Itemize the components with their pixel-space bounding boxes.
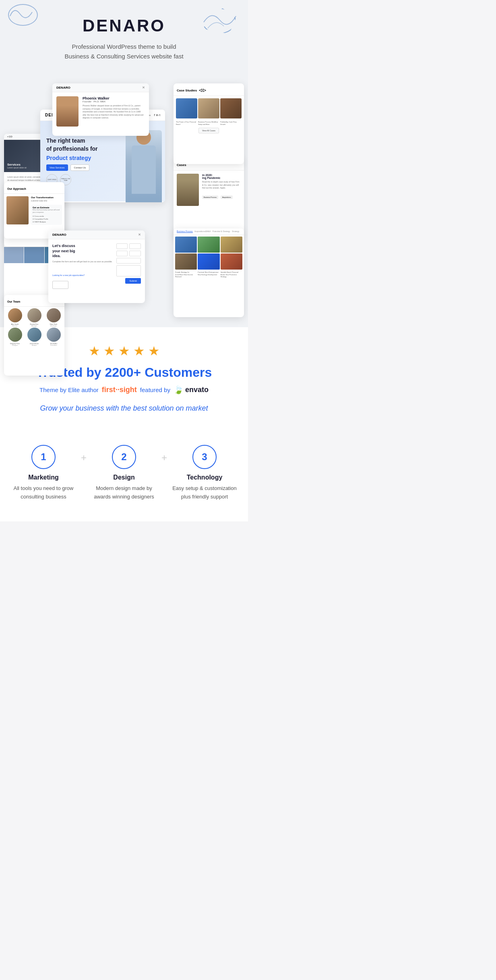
profile-name: Phoenix Walker <box>83 96 145 100</box>
case-studies-header: Case Studies ◁ ▷ <box>174 83 244 96</box>
profile-body: Phoenix Walker Founder · Ph.D. MBA Phoen… <box>52 92 149 131</box>
contact-us-button[interactable]: Contact Us <box>70 164 90 171</box>
marketing-title: Marketing <box>11 474 76 481</box>
profile-photo <box>56 96 79 127</box>
view-all-cases-button[interactable]: View All Cases <box>198 128 219 133</box>
cases-tags: Business Process Acquisitions <box>202 192 241 199</box>
view-services-button[interactable]: View Services <box>46 164 68 171</box>
team-photo-6 <box>47 328 61 342</box>
contact-header: DENARO ✕ <box>48 230 145 239</box>
case-tag-1: Business Process <box>202 195 218 199</box>
close-icon[interactable]: ✕ <box>142 86 145 89</box>
marketing-desc: All tools you need to grow consulting bu… <box>11 484 76 501</box>
team-title: Our Team <box>7 300 20 303</box>
blog-cap-3: Variable Brand: Personal Brand, New Prom… <box>221 271 242 278</box>
blog-tab-3[interactable]: Potential & Strategy <box>213 230 230 233</box>
envato-badge: 🍃 envato <box>174 385 209 394</box>
cases-text-panel: Cases in 2020:ing Pandemic Read the in-d… <box>174 158 244 239</box>
blog-captions: Female Strategy for ZoomShoot New Income… <box>174 271 244 280</box>
blog-cap-2: Frontend Short Entrepreneur: New Ecology… <box>198 271 219 278</box>
linkedin-icon[interactable]: in <box>156 114 158 116</box>
company-field[interactable] <box>129 251 141 256</box>
team-member-5: Jason Brown Analyst <box>25 328 43 346</box>
submit-button[interactable]: Submit <box>125 278 141 284</box>
case-img-2 <box>198 98 219 118</box>
social-icons: f in t <box>154 114 160 116</box>
hero-highlight: Product strategy <box>46 155 98 161</box>
approach-header: Our Approach <box>4 182 64 194</box>
approach-body: Our Transformation customer-value who Ge… <box>4 194 64 227</box>
contact-popup: DENARO ✕ Let's discuss your next big ide… <box>48 230 145 303</box>
profile-panel: DENARO ✕ Phoenix Walker Founder · Ph.D. … <box>52 83 149 136</box>
contact-desc: Complete the form and we will get back t… <box>52 260 112 264</box>
team-photo-1 <box>8 308 22 322</box>
profile-role: Founder · Ph.D. MBA <box>83 100 145 103</box>
email-field[interactable] <box>129 243 141 249</box>
jobs-link[interactable]: Looking for a new job opportunities? <box>52 274 85 276</box>
team-photo-3 <box>47 308 61 322</box>
feature-circle-3: 3 <box>192 445 217 469</box>
approach-title: Our Approach <box>7 187 26 190</box>
services-nav: • CO <box>7 135 12 138</box>
collage-wrapper: DENARO ✕ Phoenix Walker Founder · Ph.D. … <box>4 81 244 315</box>
blog-img-3 <box>221 237 242 253</box>
hero-buttons: View Services Contact Us <box>46 164 98 171</box>
team-photo-5 <box>27 328 41 342</box>
blog-images <box>174 235 244 271</box>
grow-tagline: Grow your business with the best solutio… <box>8 404 240 413</box>
cases-desc: Read the in-depth case study of how Firm… <box>202 181 241 190</box>
blog-tab-4[interactable]: Strategy <box>232 230 240 233</box>
blog-img-5 <box>198 253 219 270</box>
contact-body: Let's discuss your next big idea. Comple… <box>48 239 145 293</box>
case-img-3 <box>220 98 242 118</box>
blog-tab-1[interactable]: Business Process <box>177 230 193 233</box>
subject-field[interactable] <box>116 258 141 264</box>
est-item-3: ☑ SWOT Analysis <box>33 220 60 223</box>
cases-heading: in 2020:ing Pandemic <box>202 174 241 179</box>
hero-person-container <box>126 127 162 201</box>
team-photo-4 <box>8 328 22 342</box>
envato-leaf-icon: 🍃 <box>174 385 184 394</box>
plus-divider-1: + <box>76 445 92 463</box>
twitter-icon[interactable]: t <box>159 114 160 116</box>
star-3: ★ <box>118 343 130 359</box>
case-img-1 <box>176 98 197 118</box>
team-role-1: Director <box>6 325 24 327</box>
name-field[interactable] <box>116 243 128 249</box>
blog-tabs: Business Process Acquisitions&M&A Potent… <box>174 228 244 235</box>
feature-circle-2: 2 <box>112 445 136 469</box>
phone-field[interactable] <box>116 251 128 256</box>
contact-decoration <box>52 281 68 289</box>
plus-divider-2: + <box>156 445 172 463</box>
facebook-icon[interactable]: f <box>154 114 155 116</box>
star-5: ★ <box>148 343 160 359</box>
case-studies-panel: Case Studies ◁ ▷ The Power of Your Perso… <box>174 83 244 164</box>
site-logo: DENARO <box>8 16 240 35</box>
collage-section: DENARO ✕ Phoenix Walker Founder · Ph.D. … <box>0 73 248 327</box>
team-member-1: Alex Smith Director <box>6 308 24 327</box>
team-member-2: Rachel Doe Manager <box>25 308 43 327</box>
blog-panel: Business Process Acquisitions&M&A Potent… <box>174 228 244 317</box>
team-grid: Alex Smith Director Rachel Doe Manager F… <box>4 307 64 348</box>
estimate-items: ☑ Cross-media ☑ Competitive Profile ☑ SW… <box>33 215 60 223</box>
contact-close-icon[interactable]: ✕ <box>138 233 141 237</box>
blog-img-4 <box>175 253 197 270</box>
blog-img-1 <box>175 237 197 253</box>
feature-marketing: 1 Marketing All tools you need to grow c… <box>11 445 76 501</box>
profile-bio: Phoenix Walker stepped down as president… <box>83 104 145 120</box>
person-body <box>132 145 156 194</box>
approach-panel: Our Approach Our Transformation customer… <box>4 182 64 239</box>
team-member-6: Jacob Ant Consultant <box>44 328 63 346</box>
case-studies-title: Case Studies <box>177 89 197 92</box>
message-field[interactable] <box>116 265 141 276</box>
blog-tab-2[interactable]: Acquisitions&M&A <box>194 230 211 233</box>
contact-headline: Let's discuss your next big idea. <box>52 243 83 259</box>
team-panel: Our Team Alex Smith Director Rachel Doe … <box>4 295 64 376</box>
case-caption-2: Business Process Workflow Setup and More <box>198 121 219 125</box>
subtitle: Professional WordPress theme to build Bu… <box>8 42 240 61</box>
contact-logo: DENARO <box>52 233 66 237</box>
team-member-4: Gregory Price Designer <box>6 328 24 346</box>
est-item-2: ☑ Competitive Profile <box>33 218 60 220</box>
star-4: ★ <box>133 343 145 359</box>
case-studies-nav-icons[interactable]: ◁ ▷ <box>199 88 207 92</box>
